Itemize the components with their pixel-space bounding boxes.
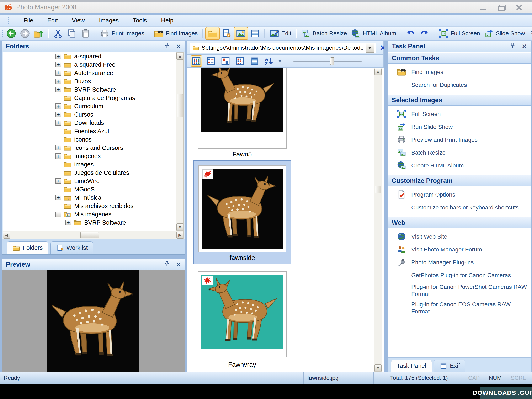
tree-item[interactable]: BVRP Software — [3, 218, 176, 227]
find-images-button[interactable]: Find Images — [152, 27, 200, 39]
tree-expander-icon[interactable] — [56, 70, 61, 76]
batch-resize-button[interactable]: Batch Resize — [299, 27, 349, 39]
tree-item-label[interactable]: Buzos — [74, 78, 91, 85]
tree-horizontal-scrollbar[interactable]: ◀ ▶ — [3, 231, 184, 239]
address-field[interactable]: Settings\Administrador\Mis documentos\Mi… — [190, 43, 376, 53]
tree-item[interactable]: Juegos de Celulares — [3, 169, 176, 177]
tree-item-label[interactable]: images — [74, 161, 94, 168]
menu-item[interactable]: View — [71, 16, 86, 25]
close-button[interactable] — [515, 4, 523, 11]
minimize-button[interactable] — [479, 4, 488, 11]
tree-item[interactable]: a-squared — [3, 52, 176, 60]
tree-expander-icon[interactable] — [56, 103, 61, 109]
task-item[interactable]: Visit Photo Manager Forum — [388, 243, 531, 256]
view-tiles-button[interactable] — [220, 56, 231, 67]
task-item-label[interactable]: Find Images — [411, 69, 443, 76]
tree-item[interactable]: Curriculum — [3, 102, 176, 110]
scrollbar-thumb[interactable] — [177, 94, 183, 117]
tree-expander-icon[interactable] — [56, 112, 61, 117]
up-folder-button[interactable] — [32, 27, 45, 39]
task-item-label[interactable]: Create HTML Album — [411, 162, 464, 169]
scroll-left-icon[interactable]: ◀ — [3, 232, 10, 239]
thumbnail-label[interactable]: Fawn5 — [198, 151, 287, 158]
scrollbar-thumb[interactable] — [80, 232, 99, 238]
tree-item-label[interactable]: MGooS — [74, 186, 95, 193]
tree-item[interactable]: Icons and Cursors — [3, 144, 176, 152]
thumbnail-size-slider[interactable] — [293, 57, 362, 65]
tree-expander-icon[interactable] — [65, 220, 71, 225]
task-item-label[interactable]: Preview and Print Images — [411, 136, 478, 143]
tree-item-label[interactable]: Fuentes Azul — [74, 128, 109, 135]
tree-item-label[interactable]: Curriculum — [74, 103, 103, 110]
redo-button[interactable] — [418, 27, 431, 39]
tree-item-label[interactable]: Imagenes — [74, 153, 101, 160]
close-icon[interactable]: × — [176, 43, 181, 50]
tree-item[interactable]: Mis archivos recibidos — [3, 202, 176, 210]
task-item[interactable]: Find Images — [388, 66, 531, 79]
tree-item-label[interactable]: BVRP Software — [84, 219, 126, 226]
task-item-label[interactable]: Visit Photo Manager Forum — [411, 246, 482, 253]
restore-button[interactable] — [497, 4, 505, 11]
menu-item[interactable]: Edit — [46, 16, 59, 25]
tree-item[interactable]: Fuentes Azul — [3, 127, 176, 135]
slider-track[interactable] — [293, 61, 362, 62]
tab-task-panel[interactable]: Task Panel — [391, 360, 432, 372]
thumbnail-fawnvray[interactable] — [198, 271, 287, 357]
address-dropdown-icon[interactable] — [366, 43, 374, 53]
task-item[interactable]: Plug-in for Canon PowerShot Cameras RAW … — [388, 282, 531, 299]
task-item[interactable]: Visit Web Site — [388, 230, 531, 243]
tree-expander-icon[interactable] — [56, 153, 61, 159]
task-item[interactable]: Photo Manager Plug-ins — [388, 256, 531, 269]
task-item-label[interactable]: Search for Duplicates — [411, 82, 467, 89]
task-item[interactable]: Customize toolbars or keyboard shortcuts — [388, 201, 531, 214]
task-item-label[interactable]: Run Slide Show — [411, 123, 453, 131]
task-item-label[interactable]: GetPhotos Plug-in for Canon Cameras — [411, 272, 511, 279]
tree-expander-icon[interactable] — [56, 79, 61, 84]
menu-item[interactable]: Help — [160, 16, 175, 25]
cut-button[interactable] — [51, 27, 65, 39]
pin-icon[interactable] — [164, 42, 170, 50]
details-view-toggle[interactable] — [248, 27, 262, 39]
tree-item[interactable]: Buzos — [3, 77, 176, 85]
task-item[interactable]: Batch Resize — [388, 146, 531, 159]
tree-item-label[interactable]: Cursos — [74, 111, 93, 118]
tree-item[interactable]: MGooS — [3, 185, 176, 193]
task-item[interactable]: GetPhotos Plug-in for Canon Cameras — [388, 269, 531, 282]
task-item-label[interactable]: Program Options — [411, 191, 455, 198]
tree-item[interactable]: Mis imágenes — [3, 210, 176, 218]
tree-item-label[interactable]: iconos — [74, 136, 92, 143]
tree-expander-icon[interactable] — [56, 62, 61, 67]
tree-expander-icon[interactable] — [56, 178, 61, 184]
back-button[interactable] — [4, 27, 18, 39]
tree-item-label[interactable]: BVRP Software — [74, 86, 116, 93]
panel-splitter[interactable] — [384, 40, 388, 372]
thumbnail-label[interactable]: Fawnvray — [198, 361, 287, 368]
tree-item-label[interactable]: Mis imágenes — [74, 211, 111, 218]
full-screen-button[interactable]: Full Screen — [437, 27, 482, 39]
toolbar-grip[interactable] — [2, 30, 3, 37]
tree-item[interactable]: Downloads — [3, 119, 176, 127]
tree-item[interactable]: AutoInsurance — [3, 69, 176, 77]
close-icon[interactable]: × — [176, 261, 181, 268]
scrollbar-thumb[interactable] — [375, 186, 381, 193]
tree-expander-icon[interactable] — [56, 87, 61, 92]
tree-item-label[interactable]: Mi música — [74, 194, 101, 201]
paste-button[interactable] — [79, 27, 92, 39]
toolbar-overflow-button[interactable]: ▾ — [531, 28, 532, 39]
tree-item[interactable]: BVRP Software — [3, 85, 176, 94]
tree-item[interactable]: LimeWire — [3, 177, 176, 185]
task-item-label[interactable]: Plug-in for Canon PowerShot Cameras RAW … — [411, 284, 528, 298]
scroll-down-icon[interactable]: ▼ — [177, 223, 184, 230]
tree-item[interactable]: Imagenes — [3, 152, 176, 160]
folder-view-toggle[interactable] — [205, 27, 220, 40]
task-item[interactable]: Run Slide Show — [388, 120, 531, 133]
tree-expander-icon[interactable] — [56, 195, 61, 200]
tab-exif[interactable]: Exif — [434, 360, 466, 372]
pin-icon[interactable] — [510, 42, 516, 50]
view-thumbnails-button[interactable] — [190, 56, 202, 67]
task-item[interactable]: Preview and Print Images — [388, 133, 531, 146]
view-icons-button[interactable] — [234, 56, 246, 67]
tree-item-label[interactable]: LimeWire — [74, 178, 100, 184]
tree-item[interactable]: Cursos — [3, 110, 176, 119]
slide-show-button[interactable]: Slide Show — [482, 27, 527, 39]
